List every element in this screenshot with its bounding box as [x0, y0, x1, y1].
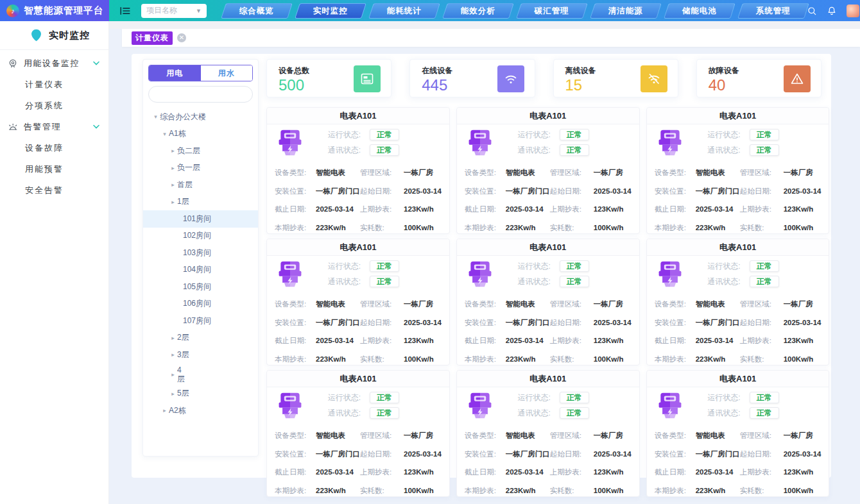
project-select[interactable]: 项目名称 ▼: [141, 4, 207, 18]
sidebar-group-device-monitor[interactable]: 用能设备监控: [0, 53, 108, 74]
tree-node[interactable]: 101房间: [143, 210, 258, 228]
nav-tab[interactable]: 实时监控: [295, 3, 366, 19]
field-value: 123Kw/h: [594, 200, 632, 219]
field-label: 设备类型:: [465, 164, 506, 182]
chevron-down-icon: [93, 124, 99, 129]
tree-node[interactable]: ▸ 4层: [143, 364, 258, 385]
tree-node[interactable]: ▾ A1栋: [143, 126, 258, 143]
nav-tab[interactable]: 系统管理: [737, 3, 809, 19]
sidebar-item[interactable]: 安全告警: [0, 180, 108, 201]
bell-icon[interactable]: [827, 6, 837, 16]
device-card-title: 电表A101: [267, 239, 449, 256]
field-value: 123Kw/h: [404, 200, 442, 219]
nav-tab[interactable]: 能效分析: [442, 3, 514, 19]
electric-meter-icon: [276, 128, 304, 161]
status-badge: 正常: [370, 144, 399, 156]
tree-node[interactable]: 103房间: [143, 244, 258, 262]
sidebar-item[interactable]: 用能预警: [0, 158, 108, 180]
nav-tab[interactable]: 清洁能源: [590, 3, 662, 19]
tree-caret-icon: ▸: [169, 147, 177, 154]
nav-tab[interactable]: 碳汇管理: [516, 3, 588, 19]
nav-tab[interactable]: 综合概览: [221, 3, 293, 19]
field-label: 上期抄表:: [360, 332, 404, 350]
field-value: 智能电表: [506, 164, 550, 182]
tree-node[interactable]: 105房间: [143, 278, 258, 296]
sidebar-group-alarm[interactable]: 告警管理: [0, 116, 108, 137]
sidebar-item[interactable]: 计量仪表: [0, 74, 108, 95]
field-label: 设备类型:: [465, 426, 506, 445]
content-area: 用电 用水 ▾ 综合办公大楼 ▾ A1栋: [109, 47, 860, 478]
collapse-menu-icon[interactable]: [119, 6, 131, 16]
nav-tab-label: 综合概览: [239, 5, 274, 16]
tree-node[interactable]: ▸ 首层: [143, 176, 258, 194]
field-value: 一栋厂房: [404, 164, 442, 182]
tree-node[interactable]: ▸ 负一层: [143, 160, 258, 177]
electric-meter-icon: [466, 128, 494, 161]
device-fields: 设备类型: 智能电表 管理区域: 一栋厂房 安装位置: 一栋厂房门口: [267, 295, 449, 368]
field-label: 设备类型:: [465, 295, 506, 314]
tree-caret-icon: ▸: [169, 199, 177, 205]
field-value: 2025-03-14: [506, 463, 550, 482]
field-value: 智能电表: [316, 164, 360, 182]
device-card: 电表A101 运行状态:: [266, 107, 450, 234]
electric-meter-icon: [656, 391, 684, 424]
field-label: 起始日期:: [740, 445, 784, 464]
field-label: 管理区域:: [550, 295, 594, 314]
field-value: 100Kw/h: [784, 219, 821, 237]
field-label: 安装位置:: [275, 445, 316, 464]
tree-node[interactable]: ▸ A2栋: [143, 402, 258, 419]
tree-node[interactable]: ▸ 负二层: [143, 142, 258, 160]
status-label: 运行状态:: [703, 261, 741, 272]
tree-node[interactable]: ▸ 2层: [143, 330, 258, 347]
device-card: 电表A101 运行状态:: [456, 239, 640, 365]
field-label: 起始日期:: [360, 314, 404, 332]
field-value: 智能电表: [316, 426, 360, 445]
tree-node[interactable]: ▾ 综合办公大楼: [143, 108, 258, 126]
field-value: 2025-03-14: [696, 463, 740, 482]
field-value: 2025-03-14: [696, 332, 740, 350]
nav-tab-label: 清洁能源: [608, 5, 643, 16]
avatar[interactable]: [847, 4, 859, 17]
field-value: 一栋厂房门口: [696, 445, 740, 464]
workspace-tab[interactable]: 计量仪表: [132, 31, 173, 45]
tree-node[interactable]: 102房间: [143, 228, 258, 245]
field-value: 123Kw/h: [404, 463, 442, 482]
tree-caret-icon: ▸: [169, 351, 177, 358]
status-badge: 正常: [750, 407, 779, 419]
tree-node[interactable]: ▸ 3层: [143, 346, 258, 364]
sidebar-item[interactable]: 设备故障: [0, 137, 108, 158]
field-value: 223Kw/h: [316, 219, 360, 237]
tree-node[interactable]: 107房间: [143, 312, 258, 330]
field-value: 2025-03-14: [594, 445, 632, 464]
field-label: 管理区域:: [740, 426, 784, 445]
field-value: 223Kw/h: [506, 350, 550, 369]
stat-card-offline: 离线设备 15: [553, 59, 678, 97]
field-value: 智能电表: [696, 164, 740, 182]
close-icon[interactable]: ✕: [177, 33, 186, 42]
sidebar-item[interactable]: 分项系统: [0, 95, 108, 116]
tree-node-label: 2层: [177, 332, 189, 343]
tree-node[interactable]: ▸ 1层: [143, 194, 258, 211]
field-value: 一栋厂房门口: [316, 314, 360, 332]
toggle-water[interactable]: 用水: [201, 65, 253, 81]
field-label: 实耗数:: [360, 219, 404, 237]
field-value: 2025-03-14: [316, 200, 360, 219]
tree-node[interactable]: 104房间: [143, 262, 258, 279]
tree-node-label: 107房间: [183, 315, 211, 326]
field-label: 截止日期:: [465, 332, 506, 350]
field-label: 上期抄表:: [740, 200, 784, 219]
toggle-electricity[interactable]: 用电: [149, 65, 201, 81]
field-label: 起始日期:: [740, 182, 784, 201]
tree-search-input[interactable]: [148, 86, 253, 103]
tree-node[interactable]: 106房间: [143, 296, 258, 313]
field-label: 上期抄表:: [740, 463, 784, 482]
device-tree-panel: 用电 用水 ▾ 综合办公大楼 ▾ A1栋: [142, 59, 259, 457]
field-label: 上期抄表:: [360, 200, 404, 219]
search-icon[interactable]: [807, 6, 817, 16]
main-area: 计量仪表 ✕ 用电 用水 ▾ 综合办公大楼: [109, 21, 860, 504]
field-label: 管理区域:: [360, 426, 404, 445]
nav-tab[interactable]: 储能电池: [664, 3, 735, 19]
field-label: 管理区域:: [550, 426, 594, 445]
nav-tab[interactable]: 能耗统计: [368, 3, 440, 19]
tree-node[interactable]: ▸ 5层: [143, 385, 258, 403]
